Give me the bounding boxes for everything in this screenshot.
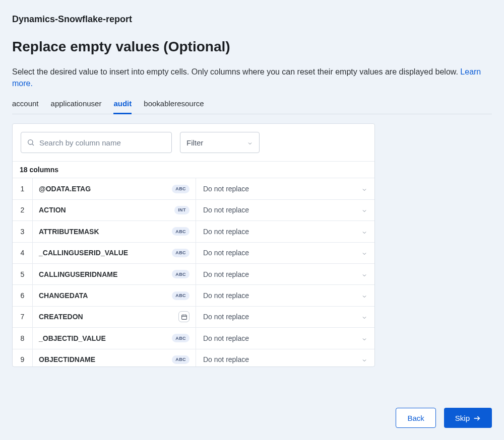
replace-action-select[interactable]: Do not replace: [196, 178, 374, 199]
panel-toolbar: Filter: [13, 124, 374, 162]
table-row: 6CHANGEDATAABCDo not replace: [13, 285, 374, 306]
columns-count: 18 columns: [13, 162, 374, 178]
replace-action-label: Do not replace: [203, 313, 249, 321]
column-name: CREATEDON: [39, 313, 174, 321]
type-badge: ABC: [172, 185, 190, 193]
replace-action-select[interactable]: Do not replace: [196, 200, 374, 221]
svg-line-1: [32, 144, 34, 145]
row-index: 3: [13, 221, 33, 242]
table-row: 4_CALLINGUSERID_VALUEABCDo not replace: [13, 243, 374, 264]
column-name: @ODATA.ETAG: [39, 185, 168, 193]
replace-action-select[interactable]: Do not replace: [196, 264, 374, 284]
table-row: 5CALLINGUSERIDNAMEABCDo not replace: [13, 264, 374, 285]
calendar-icon: [178, 311, 190, 322]
row-index: 7: [13, 307, 33, 327]
svg-point-0: [28, 140, 33, 144]
chevron-down-icon: [361, 186, 367, 192]
page-title: Replace empty values (Optional): [12, 39, 492, 55]
replace-action-label: Do not replace: [203, 291, 249, 300]
column-name-cell: _OBJECTID_VALUEABC: [33, 328, 196, 348]
type-badge: ABC: [172, 249, 190, 257]
column-name-cell: ACTIONINT: [33, 200, 196, 221]
replace-action-select[interactable]: Do not replace: [196, 243, 374, 263]
search-wrap: [21, 132, 172, 153]
column-name: _CALLINGUSERID_VALUE: [39, 249, 168, 257]
chevron-down-icon: [361, 335, 367, 341]
type-badge: ABC: [172, 334, 190, 342]
replace-action-label: Do not replace: [203, 355, 249, 363]
replace-action-select[interactable]: Do not replace: [196, 221, 374, 242]
column-name-cell: ATTRIBUTEMASKABC: [33, 221, 196, 242]
column-name: ACTION: [39, 206, 170, 214]
chevron-down-icon: [361, 356, 367, 362]
replace-action-label: Do not replace: [203, 228, 249, 236]
tabs: accountapplicationuserauditbookableresou…: [12, 99, 492, 114]
replace-action-label: Do not replace: [203, 185, 249, 193]
table-row: 1@ODATA.ETAGABCDo not replace: [13, 178, 374, 199]
column-name: CHANGEDATA: [39, 291, 168, 300]
chevron-down-icon: [361, 229, 367, 235]
row-index: 1: [13, 178, 33, 199]
replace-action-label: Do not replace: [203, 206, 249, 214]
column-name-cell: _CALLINGUSERID_VALUEABC: [33, 243, 196, 263]
footer-actions: Back Skip: [396, 408, 492, 428]
table-row: 2ACTIONINTDo not replace: [13, 200, 374, 221]
type-badge: ABC: [172, 227, 190, 236]
replace-action-select[interactable]: Do not replace: [196, 285, 374, 306]
arrow-right-icon: [473, 414, 481, 421]
tab-applicationuser[interactable]: applicationuser: [51, 99, 102, 114]
table-row: 8_OBJECTID_VALUEABCDo not replace: [13, 328, 374, 349]
svg-rect-2: [181, 315, 186, 320]
column-name-cell: CHANGEDATAABC: [33, 285, 196, 306]
replace-action-select[interactable]: Do not replace: [196, 328, 374, 348]
search-input[interactable]: [21, 132, 172, 153]
column-name: _OBJECTID_VALUE: [39, 334, 168, 342]
chevron-down-icon: [247, 139, 253, 145]
column-name: ATTRIBUTEMASK: [39, 228, 168, 236]
chevron-down-icon: [361, 271, 367, 277]
tab-account[interactable]: account: [12, 99, 39, 114]
replace-action-label: Do not replace: [203, 334, 249, 342]
row-index: 6: [13, 285, 33, 306]
replace-action-label: Do not replace: [203, 249, 249, 257]
column-name-cell: CREATEDON: [33, 307, 196, 327]
table-row: 3ATTRIBUTEMASKABCDo not replace: [13, 221, 374, 242]
type-badge: INT: [174, 206, 190, 214]
chevron-down-icon: [361, 292, 367, 299]
search-icon: [27, 138, 35, 146]
chevron-down-icon: [361, 250, 367, 256]
chevron-down-icon: [361, 314, 367, 320]
column-name-cell: @ODATA.ETAGABC: [33, 178, 196, 199]
back-button-label: Back: [407, 414, 424, 422]
filter-select[interactable]: Filter: [180, 132, 260, 153]
skip-button-label: Skip: [455, 414, 470, 422]
row-index: 8: [13, 328, 33, 348]
description-text: Select the desired value to insert into …: [12, 67, 460, 76]
page-description: Select the desired value to insert into …: [12, 66, 492, 89]
filter-label: Filter: [186, 138, 203, 147]
row-index: 5: [13, 264, 33, 284]
table-row: 9OBJECTIDNAMEABCDo not replace: [13, 349, 374, 368]
row-index: 9: [13, 349, 33, 368]
row-index: 2: [13, 200, 33, 221]
columns-list: 1@ODATA.ETAGABCDo not replace2ACTIONINTD…: [13, 178, 374, 367]
row-index: 4: [13, 243, 33, 263]
type-badge: ABC: [172, 291, 190, 300]
chevron-down-icon: [361, 207, 367, 213]
replace-action-select[interactable]: Do not replace: [196, 307, 374, 327]
back-button[interactable]: Back: [396, 408, 435, 428]
column-name: OBJECTIDNAME: [39, 355, 168, 363]
breadcrumb: Dynamics-Snowflake-report: [12, 14, 492, 25]
table-row: 7CREATEDONDo not replace: [13, 307, 374, 328]
replace-action-select[interactable]: Do not replace: [196, 349, 374, 368]
column-name: CALLINGUSERIDNAME: [39, 270, 168, 278]
skip-button[interactable]: Skip: [444, 408, 492, 428]
column-name-cell: OBJECTIDNAMEABC: [33, 349, 196, 368]
column-name-cell: CALLINGUSERIDNAMEABC: [33, 264, 196, 284]
columns-panel: Filter 18 columns 1@ODATA.ETAGABCDo not …: [12, 123, 375, 367]
tab-audit[interactable]: audit: [113, 99, 132, 114]
replace-action-label: Do not replace: [203, 270, 249, 278]
type-badge: ABC: [172, 355, 190, 364]
tab-bookableresource[interactable]: bookableresource: [144, 99, 204, 114]
type-badge: ABC: [172, 270, 190, 278]
